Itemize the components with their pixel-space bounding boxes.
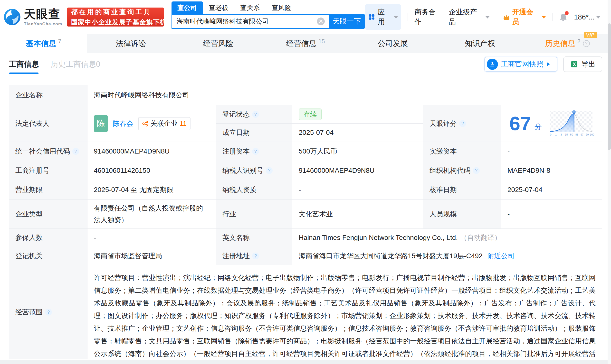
tab-company-development[interactable]: 公司发展: [349, 34, 436, 53]
search-button[interactable]: 天眼一下: [329, 14, 365, 29]
related-count: 11: [180, 120, 187, 128]
insured-label: 参保人数: [9, 229, 87, 247]
insured-value: -: [87, 229, 216, 247]
footer-divider: [0, 360, 611, 364]
taxpayer-quality-value: -: [292, 180, 423, 199]
company-name-label: 企业名称: [9, 85, 87, 105]
clear-search-icon[interactable]: ✕: [317, 17, 325, 25]
scope-value: 许可经营项目：营业性演出；演出经纪；网络文化经营；电子出版物制作；出版物零售；电…: [87, 265, 602, 359]
tab-label: 公司发展: [378, 39, 408, 49]
help-icon[interactable]: ?: [252, 148, 259, 155]
score-label: 天眼评分?: [423, 105, 501, 142]
nav-enterprise-label: 企业级产品: [449, 7, 484, 27]
help-icon[interactable]: ?: [473, 167, 480, 174]
page-scrollbar[interactable]: [608, 0, 611, 364]
svg-text:85: 85: [575, 133, 578, 136]
search-tabs: 查公司 查老板 查关系 查风险: [171, 2, 365, 14]
arrow-right-icon: [547, 62, 552, 66]
help-icon[interactable]: ?: [252, 111, 259, 118]
taxpayer-quality-label: 纳税人资质: [216, 180, 292, 199]
search-area: 查公司 查老板 查关系 查风险 ✕ 天眼一下: [171, 2, 365, 29]
nearby-companies-link[interactable]: 附近公司: [487, 251, 515, 260]
help-icon[interactable]: ?: [72, 148, 79, 155]
tab-legal-litigation[interactable]: 法律诉讼: [87, 34, 174, 53]
nav-open-vip[interactable]: 开通会员: [503, 7, 546, 27]
vip-label: 开通会员: [512, 7, 540, 27]
tab-count: 15: [319, 38, 325, 45]
tab-label: 法律诉讼: [116, 39, 146, 49]
help-icon[interactable]: ?: [45, 309, 52, 316]
reg-capital-label: 注册资本?: [216, 142, 292, 161]
scrollbar-thumb[interactable]: [608, 23, 611, 150]
tianyancha-company-page: 天眼查 TianYanCha.com 都在用的商业查询工具 国家中小企业发展子基…: [0, 0, 611, 364]
subtab-history-registration[interactable]: 历史工商信息0: [51, 59, 100, 69]
search-tab-boss[interactable]: 查老板: [203, 1, 234, 14]
svg-text:100: 100: [590, 133, 594, 136]
svg-text:97: 97: [581, 133, 583, 136]
network-icon: [142, 120, 148, 127]
paid-capital-label: 实缴资本: [423, 142, 501, 161]
svg-text:99: 99: [586, 133, 589, 136]
staff-size-value: -: [501, 199, 602, 229]
chevron-down-icon: [596, 16, 600, 20]
tab-label: 历史信息: [545, 39, 575, 49]
search-tab-relation[interactable]: 查关系: [234, 1, 266, 14]
search-tab-company[interactable]: 查公司: [171, 1, 203, 14]
reg-capital-value: 500万人民币: [292, 142, 423, 161]
search-input[interactable]: [171, 14, 329, 29]
org-code-value: MAEP4D9N-8: [501, 161, 602, 180]
tab-basic-info[interactable]: 基本信息 7: [0, 34, 87, 53]
help-icon[interactable]: ?: [252, 253, 259, 259]
tab-business-info[interactable]: 经营信息 15: [262, 34, 349, 53]
svg-text:1: 1: [555, 133, 557, 136]
help-icon[interactable]: ?: [266, 167, 273, 174]
excel-icon: [570, 60, 578, 68]
export-button[interactable]: 导出: [563, 56, 602, 72]
nav-enterprise[interactable]: 企业级产品: [449, 7, 489, 27]
tab-label: 基本信息: [26, 39, 56, 49]
related-companies-badge[interactable]: 关联企业 11: [138, 117, 191, 130]
help-icon[interactable]: ?: [583, 40, 590, 47]
apps-menu[interactable]: 应用: [365, 4, 401, 30]
taxpayer-id-label: 纳税人识别号?: [216, 161, 292, 180]
tab-count: 2: [577, 38, 580, 45]
crown-icon: [503, 13, 510, 21]
tab-history-info[interactable]: 历史信息 2 ? VIP: [524, 34, 611, 53]
notifications-bell[interactable]: [559, 13, 568, 21]
reg-number-label: 工商注册号: [9, 161, 87, 180]
nav-divider: [552, 13, 553, 21]
search-tab-risk[interactable]: 查风险: [266, 1, 297, 14]
help-icon[interactable]: ?: [459, 120, 466, 127]
reg-status-value: 存续: [292, 105, 423, 124]
nav-divider: [408, 13, 408, 21]
company-type-label: 企业类型: [9, 199, 87, 229]
nav-account[interactable]: 186*...: [574, 13, 600, 21]
vip-badge: VIP: [584, 32, 597, 38]
company-tabbar: 基本信息 7 法律诉讼 经营风险 经营信息 15 公司发展 知识产权 历史信息 …: [0, 34, 611, 53]
brand-domain: TianYanCha.com: [24, 22, 62, 26]
search-input-wrap: ✕: [171, 14, 329, 29]
nav-cooperation[interactable]: 商务合作: [414, 7, 442, 27]
industry-label: 行业: [216, 199, 292, 229]
tab-operation-risk[interactable]: 经营风险: [175, 34, 262, 53]
brand-logo[interactable]: 天眼查 TianYanCha.com: [3, 8, 62, 26]
avatar[interactable]: 陈: [94, 115, 108, 132]
section-header: 工商信息 历史工商信息0 工商官网快照 导出: [0, 53, 611, 76]
industry-value: 文化艺术业: [292, 199, 423, 229]
tab-intellectual-property[interactable]: 知识产权: [436, 34, 524, 53]
english-name-label: 英文名称: [216, 229, 292, 247]
org-code-label: 组织机构代码?: [423, 161, 501, 180]
scope-label: 经营范围?: [9, 265, 87, 359]
establish-date-label: 成立日期: [216, 124, 292, 142]
score-axis-ticks: 0 1 3 15 50 85 97 99 100: [550, 133, 595, 136]
auto-translate-note: （自动翻译）: [460, 233, 501, 242]
legal-rep-link[interactable]: 陈春会: [113, 119, 133, 128]
reg-authority-label: 登记机关: [9, 247, 87, 265]
official-snapshot-button[interactable]: 工商官网快照: [484, 57, 557, 72]
snapshot-label: 工商官网快照: [501, 59, 543, 69]
company-name-value: 海南时代峰峻网络科技有限公司: [87, 85, 602, 105]
svg-text:0: 0: [550, 133, 552, 136]
status-badge: 存续: [299, 108, 321, 120]
subtab-business-registration[interactable]: 工商信息: [9, 59, 39, 69]
brand-name: 天眼查: [24, 8, 62, 20]
